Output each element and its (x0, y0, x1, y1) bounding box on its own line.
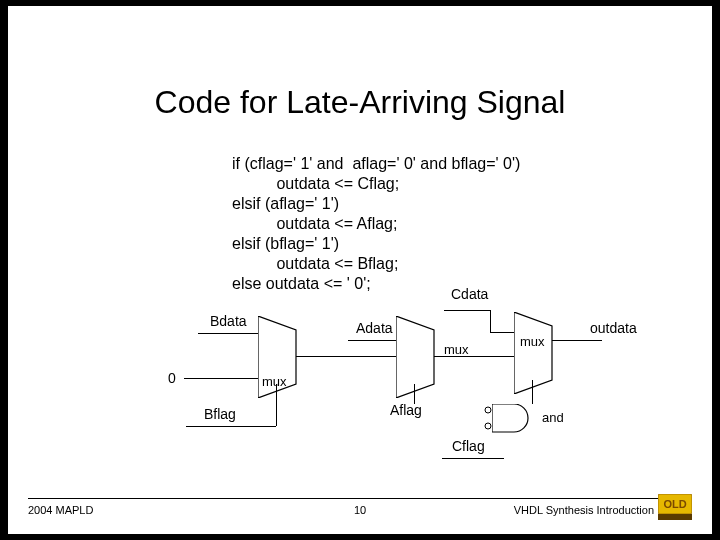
wire (532, 380, 533, 404)
wire (414, 384, 415, 404)
svg-marker-2 (514, 312, 552, 394)
label-and: and (542, 410, 564, 425)
code-line: outdata <= Cflag; (232, 175, 399, 192)
wire (434, 356, 514, 357)
svg-rect-7 (658, 514, 692, 520)
slide-title: Code for Late-Arriving Signal (8, 84, 712, 121)
svg-point-3 (485, 407, 491, 413)
slide: Code for Late-Arriving Signal if (cflag=… (8, 6, 712, 534)
label-mux3: mux (520, 334, 545, 349)
label-mux2: mux (444, 342, 469, 357)
wire (444, 310, 490, 311)
inverter-bubble (484, 406, 492, 414)
label-outdata: outdata (590, 320, 637, 336)
label-zero: 0 (168, 370, 176, 386)
old-logo-icon: OLD (658, 494, 692, 520)
code-line: elsif (bflag=' 1') (232, 235, 339, 252)
code-line: elsif (aflag=' 1') (232, 195, 339, 212)
code-line: if (cflag=' 1' and aflag=' 0' and bflag=… (232, 155, 520, 172)
code-line: outdata <= Bflag; (232, 255, 398, 272)
wire (198, 333, 258, 334)
label-adata: Adata (356, 320, 393, 336)
label-bdata: Bdata (210, 313, 247, 329)
svg-text:OLD: OLD (663, 498, 686, 510)
label-cdata: Cdata (451, 286, 488, 302)
code-block: if (cflag=' 1' and aflag=' 0' and bflag=… (232, 134, 520, 294)
mux-3 (514, 312, 570, 394)
wire (490, 332, 514, 333)
footer: 2004 MAPLD 10 VHDL Synthesis Introductio… (28, 498, 692, 522)
wire (442, 458, 504, 459)
inverter-bubble (484, 422, 492, 430)
label-mux1: mux (262, 374, 287, 389)
label-cflag: Cflag (452, 438, 485, 454)
wire (490, 310, 491, 332)
schematic-diagram: Cdata Bdata Adata 0 mux Bflag mux Aflag (158, 286, 648, 476)
footer-rule (28, 498, 692, 499)
wire (276, 384, 277, 426)
label-aflag: Aflag (390, 402, 422, 418)
wire (186, 426, 276, 427)
wire (296, 356, 396, 357)
mux-2 (396, 316, 452, 398)
wire (348, 340, 398, 341)
label-bflag: Bflag (204, 406, 236, 422)
code-line: outdata <= Aflag; (232, 215, 397, 232)
and-gate (492, 404, 538, 434)
svg-marker-1 (396, 316, 434, 398)
svg-point-4 (485, 423, 491, 429)
wire (552, 340, 602, 341)
footer-right: VHDL Synthesis Introduction (514, 504, 654, 516)
wire (184, 378, 258, 379)
